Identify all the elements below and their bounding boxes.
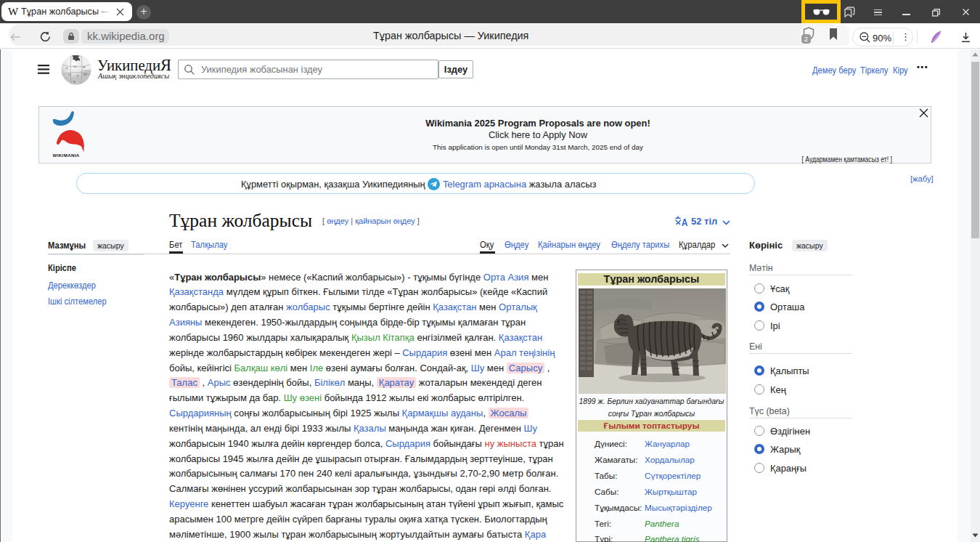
svg-text:♦: ♦: [73, 80, 75, 84]
svg-text:М: М: [83, 73, 87, 76]
svg-text:W: W: [73, 65, 77, 68]
svg-text:Д: Д: [65, 66, 68, 70]
svg-text:У: У: [76, 74, 79, 78]
svg-text:Ω: Ω: [68, 73, 71, 76]
svg-text:И: И: [83, 65, 86, 69]
svg-text:WIKIMANIA: WIKIMANIA: [53, 153, 80, 158]
